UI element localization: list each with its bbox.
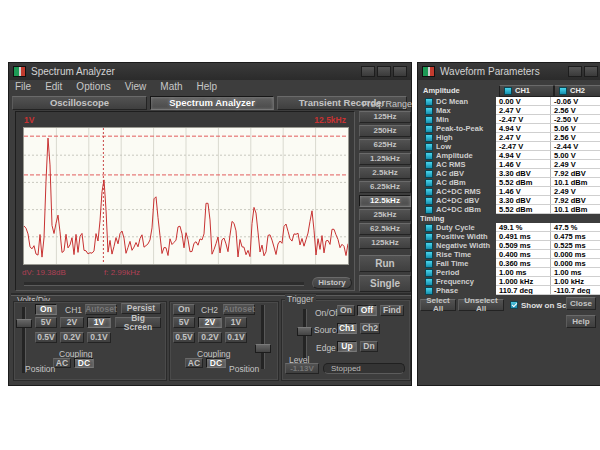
ch1-01v-button[interactable]: 0.1V: [87, 332, 111, 343]
ch2-2v-button[interactable]: 2V: [198, 317, 222, 328]
trigger-edge-dn-button[interactable]: Dn: [360, 341, 378, 352]
param-row-positive-width[interactable]: Positive Width0.491 ms0.475 ms: [420, 232, 600, 241]
params-close-icon[interactable]: [584, 66, 598, 77]
ch2-autoset-button[interactable]: Autoset: [223, 304, 255, 315]
tab-oscilloscope[interactable]: Oscilloscope: [12, 96, 147, 110]
param-row-ac-rms[interactable]: AC RMS1.46 V2.49 V: [420, 160, 600, 169]
show-on-screen-checkbox[interactable]: [510, 301, 518, 309]
col-header-ch1[interactable]: CH1: [499, 85, 554, 97]
freq-button-6.25khz[interactable]: 6.25kHz: [359, 181, 411, 193]
ch1-2v-button[interactable]: 2V: [60, 317, 84, 328]
param-row-peak-to-peak[interactable]: Peak-to-Peak4.94 V5.06 V: [420, 124, 600, 133]
freq-button-625hz[interactable]: 625Hz: [359, 139, 411, 151]
freq-button-125hz[interactable]: 125Hz: [359, 111, 411, 123]
menu-item-file[interactable]: File: [15, 81, 31, 92]
param-row-min[interactable]: Min-2.47 V-2.50 V: [420, 115, 600, 124]
param-cell: -2.50 V: [551, 115, 600, 124]
ch1-dc-button[interactable]: DC: [74, 358, 94, 368]
unselect-all-button[interactable]: Unselect All: [458, 299, 504, 311]
col-header-ch2[interactable]: CH2: [554, 85, 600, 97]
param-row-ac-dbv[interactable]: AC dBV3.30 dBV7.92 dBV: [420, 169, 600, 178]
param-row-ac-dc-dbv[interactable]: AC+DC dBV3.30 dBV7.92 dBV: [420, 196, 600, 205]
param-row-max[interactable]: Max2.47 V2.56 V: [420, 106, 600, 115]
freq-button-125khz[interactable]: 125kHz: [359, 237, 411, 249]
close-icon[interactable]: [393, 66, 407, 77]
freq-button-62.5khz[interactable]: 62.5kHz: [359, 223, 411, 235]
tab-spectrum-analyzer[interactable]: Spectrum Analyzer: [150, 96, 274, 110]
minimize-icon[interactable]: [361, 66, 375, 77]
freq-button-2.5khz[interactable]: 2.5kHz: [359, 167, 411, 179]
param-row-ac-dc-dbm[interactable]: AC+DC dBm5.52 dBm10.1 dBm: [420, 205, 600, 214]
trigger-level-slider-handle[interactable]: [297, 327, 312, 336]
ch1-02v-button[interactable]: 0.2V: [60, 332, 84, 343]
trigger-level-value[interactable]: -1.13V: [285, 363, 319, 374]
param-row-period[interactable]: Period1.00 ms1.00 ms: [420, 268, 600, 277]
params-help-icon[interactable]: [568, 66, 582, 77]
menu-item-options[interactable]: Options: [76, 81, 110, 92]
ch1-5v-button[interactable]: 5V: [35, 317, 57, 328]
trigger-source-ch1-button[interactable]: Ch1: [337, 323, 357, 334]
menu-item-view[interactable]: View: [125, 81, 147, 92]
run-button[interactable]: Run: [359, 255, 411, 272]
param-cell: 1.00 ms: [496, 268, 551, 277]
chart-scrollbar[interactable]: [24, 282, 304, 286]
param-cell: [496, 214, 551, 223]
trigger-source-ch2-button[interactable]: Ch2: [360, 323, 380, 334]
param-row-ac-dc-rms[interactable]: AC+DC RMS1.46 V2.49 V: [420, 187, 600, 196]
big-screen-button[interactable]: Big Screen: [115, 317, 161, 328]
ch1-autoset-button[interactable]: Autoset: [85, 304, 117, 315]
freq-button-25khz[interactable]: 25kHz: [359, 209, 411, 221]
spectrum-trace: [24, 128, 348, 264]
trigger-off-button[interactable]: Off: [357, 305, 377, 316]
waveform-icon: [425, 224, 433, 232]
param-row-rise-time[interactable]: Rise Time0.400 ms0.000 ms: [420, 250, 600, 259]
spectrum-window-titlebar[interactable]: Spectrum Analyzer: [9, 63, 411, 80]
param-cell: 1.00 kHz: [551, 277, 600, 286]
waveform-icon: [504, 87, 512, 95]
params-help-button[interactable]: Help: [566, 315, 596, 328]
param-row-ac-dbm[interactable]: AC dBm5.52 dBm10.1 dBm: [420, 178, 600, 187]
ch2-02v-button[interactable]: 0.2V: [198, 332, 222, 343]
trigger-on-button[interactable]: On: [337, 305, 355, 316]
ch2-05v-button[interactable]: 0.5V: [173, 332, 195, 343]
param-row-fall-time[interactable]: Fall Time0.360 ms0.000 ms: [420, 259, 600, 268]
ch1-position-slider-handle[interactable]: [16, 319, 32, 328]
maximize-icon[interactable]: [377, 66, 391, 77]
trigger-find-button[interactable]: Find: [380, 305, 404, 316]
param-row-dc-mean[interactable]: DC Mean0.00 V-0.06 V: [420, 97, 600, 106]
ch2-position-slider-track[interactable]: [261, 305, 265, 369]
history-button[interactable]: History: [312, 277, 352, 289]
ch2-5v-button[interactable]: 5V: [173, 317, 195, 328]
menu-item-edit[interactable]: Edit: [45, 81, 62, 92]
ch1-ac-button[interactable]: AC: [53, 358, 71, 368]
ch2-1v-button[interactable]: 1V: [225, 317, 247, 328]
param-row-amplitude[interactable]: Amplitude4.94 V5.00 V: [420, 151, 600, 160]
spectrum-plot[interactable]: [23, 127, 349, 265]
param-row-frequency[interactable]: Frequency1.000 kHz1.00 kHz: [420, 277, 600, 286]
freq-button-250hz[interactable]: 250Hz: [359, 125, 411, 137]
params-close-button[interactable]: Close: [566, 297, 596, 310]
param-row-negative-width[interactable]: Negative Width0.509 ms0.525 ms: [420, 241, 600, 250]
single-button[interactable]: Single: [359, 275, 411, 292]
param-cell: 7.92 dBV: [551, 169, 600, 178]
trigger-edge-up-button[interactable]: Up: [337, 341, 357, 352]
ch1-1v-button[interactable]: 1V: [87, 317, 111, 328]
menu-item-math[interactable]: Math: [160, 81, 182, 92]
select-all-button[interactable]: Select All: [420, 299, 456, 311]
ch2-ac-button[interactable]: AC: [185, 358, 203, 368]
ch1-on-button[interactable]: On: [35, 304, 57, 315]
ch2-on-button[interactable]: On: [173, 304, 195, 315]
ch2-dc-button[interactable]: DC: [206, 358, 226, 368]
param-row-phase[interactable]: Phase110.7 deg-110.7 deg: [420, 286, 600, 295]
param-row-low[interactable]: Low-2.47 V-2.44 V: [420, 142, 600, 151]
menu-item-help[interactable]: Help: [197, 81, 218, 92]
freq-button-1.25khz[interactable]: 1.25kHz: [359, 153, 411, 165]
ch1-05v-button[interactable]: 0.5V: [35, 332, 57, 343]
freq-button-12.5khz[interactable]: 12.5kHz: [359, 195, 411, 207]
params-window-titlebar[interactable]: Waveform Parameters: [418, 63, 600, 80]
ch2-position-slider-handle[interactable]: [255, 344, 271, 353]
param-cell: 5.06 V: [551, 124, 600, 133]
param-row-duty-cycle[interactable]: Duty Cycle49.1 %47.5 %: [420, 223, 600, 232]
param-row-high[interactable]: High2.47 V2.56 V: [420, 133, 600, 142]
ch2-01v-button[interactable]: 0.1V: [225, 332, 247, 343]
